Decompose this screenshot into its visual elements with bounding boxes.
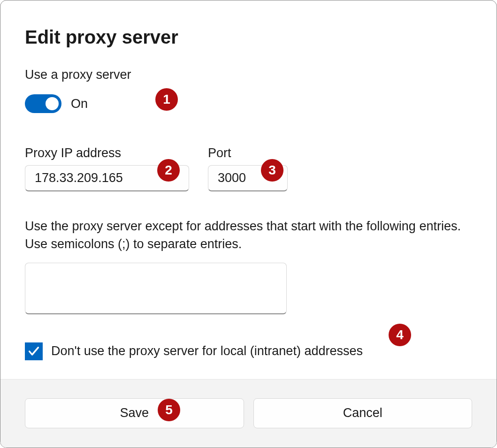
- exception-list-input[interactable]: [25, 263, 287, 314]
- dialog-footer: Save Cancel: [0, 379, 497, 448]
- dialog-content: Edit proxy server Use a proxy server On …: [0, 0, 497, 379]
- cancel-button[interactable]: Cancel: [253, 398, 473, 428]
- proxy-settings-dialog: Edit proxy server Use a proxy server On …: [0, 0, 497, 448]
- toggle-knob: [46, 97, 59, 110]
- dialog-title: Edit proxy server: [25, 27, 472, 48]
- toggle-state-label: On: [71, 97, 88, 111]
- callout-marker-1: 1: [155, 88, 178, 111]
- ip-label: Proxy IP address: [25, 146, 189, 160]
- exception-description: Use the proxy server except for addresse…: [25, 218, 472, 253]
- callout-marker-2: 2: [157, 159, 180, 182]
- port-label: Port: [208, 146, 288, 160]
- address-fields-row: Proxy IP address Port: [25, 146, 472, 191]
- save-button[interactable]: Save: [25, 398, 244, 428]
- use-proxy-toggle[interactable]: [25, 94, 61, 113]
- bypass-local-label: Don't use the proxy server for local (in…: [51, 344, 363, 358]
- toggle-row: On: [25, 94, 472, 113]
- checkmark-icon: [27, 345, 40, 358]
- use-proxy-label: Use a proxy server: [25, 68, 472, 82]
- callout-marker-3: 3: [261, 159, 283, 182]
- callout-marker-4: 4: [389, 324, 411, 346]
- bypass-local-checkbox[interactable]: [25, 342, 43, 360]
- callout-marker-5: 5: [158, 399, 180, 421]
